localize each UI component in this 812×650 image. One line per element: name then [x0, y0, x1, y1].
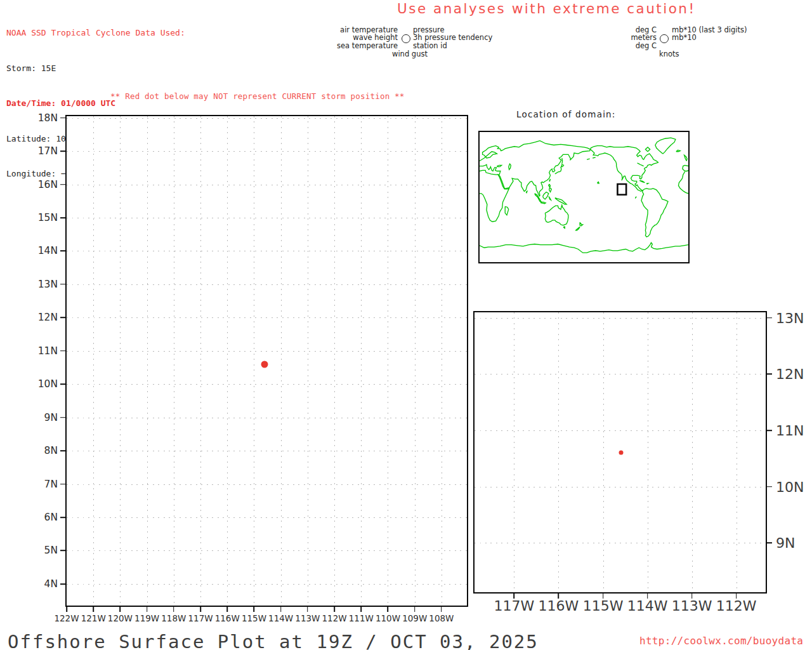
coastline [497, 165, 501, 166]
x-tick-label: 117W [188, 613, 213, 623]
legend-wave-height: wave height [317, 34, 398, 41]
legend-sea-temperature: sea temperature [317, 42, 398, 50]
units-legend-left-column: deg C meters deg C [622, 26, 657, 50]
units-circle-icon [660, 34, 669, 43]
grid-line-horizontal [67, 351, 467, 352]
station-model-legend: air temperature wave height sea temperat… [317, 26, 527, 59]
y-tick-label: 11N [776, 422, 804, 438]
x-axis-tick [93, 607, 94, 612]
grid-line-vertical [558, 312, 559, 592]
coastline [593, 157, 596, 158]
grid-line-vertical [361, 116, 362, 606]
buoy-plot-page: NOAA SSD Tropical Cyclone Data Used: Sto… [0, 0, 812, 650]
y-tick-label: 10N [38, 378, 58, 390]
x-axis-tick [254, 607, 255, 612]
grid-line-horizontal [67, 151, 467, 152]
grid-line-horizontal [67, 517, 467, 518]
coastline [598, 182, 599, 183]
y-axis-tick [60, 251, 65, 252]
coastline [580, 222, 583, 226]
x-tick-label: 115W [583, 598, 624, 614]
grid-line-vertical [120, 116, 121, 606]
x-tick-label: 120W [108, 613, 133, 623]
coastline [549, 179, 551, 181]
x-tick-label: 116W [215, 613, 240, 623]
unit-meters: meters [622, 34, 657, 41]
world-map-inset [478, 131, 690, 263]
x-tick-label: 112W [716, 598, 757, 614]
coastline [576, 227, 580, 230]
grid-line-vertical [200, 116, 201, 606]
grid-line-horizontal [67, 484, 467, 485]
page-title: Offshore Surface Plot at 19Z / OCT 03, 2… [8, 631, 539, 650]
x-tick-label: 113W [672, 598, 712, 614]
coastline [562, 158, 563, 164]
grid-line-horizontal [67, 251, 467, 251]
storm-position-warning: ** Red dot below may NOT represent CURRE… [110, 91, 405, 101]
x-tick-label: 114W [268, 613, 293, 623]
y-axis-tick [767, 430, 772, 431]
x-tick-label: 111W [349, 613, 374, 623]
x-tick-label: 113W [295, 613, 320, 623]
y-axis-tick [60, 450, 65, 451]
main-position-plot: 122W121W120W119W118W117W116W115W114W113W… [65, 115, 468, 607]
x-tick-label: 112W [322, 613, 347, 623]
y-tick-label: 16N [38, 179, 58, 190]
coastline [684, 155, 688, 161]
station-legend-left-column: air temperature wave height sea temperat… [317, 26, 398, 50]
tc-info-storm: Storm: 15E [6, 63, 185, 75]
x-axis-tick [147, 607, 148, 612]
grid-line-horizontal [67, 317, 467, 318]
world-map-coastlines [480, 132, 688, 262]
y-axis-tick [60, 417, 65, 418]
grid-line-vertical [174, 116, 174, 606]
coastline [540, 202, 546, 203]
x-tick-label: 117W [494, 598, 534, 614]
x-axis-tick [414, 607, 416, 612]
grid-line-horizontal [67, 284, 467, 285]
grid-line-vertical [227, 116, 228, 606]
grid-line-vertical [254, 116, 254, 606]
coastline [645, 147, 650, 152]
y-tick-label: 15N [38, 212, 58, 223]
grid-line-vertical [692, 312, 693, 592]
y-tick-label: 8N [44, 445, 58, 456]
coastline [545, 205, 568, 225]
unit-knots: knots [659, 50, 679, 58]
coastline [641, 189, 668, 237]
domain-box [617, 184, 626, 195]
y-tick-label: 14N [38, 245, 58, 256]
coastline [480, 242, 688, 253]
coastline [509, 164, 511, 169]
grid-line-vertical [334, 116, 335, 606]
source-url-link[interactable]: http://coolwx.com/buoydata [639, 635, 803, 647]
x-tick-label: 108W [429, 613, 454, 623]
y-axis-tick [60, 150, 65, 152]
y-tick-label: 13N [38, 279, 58, 290]
y-tick-label: 7N [44, 479, 58, 490]
y-tick-label: 18N [38, 112, 58, 124]
coastline [678, 172, 688, 194]
x-axis-tick [360, 607, 362, 612]
y-tick-label: 11N [38, 345, 58, 357]
y-tick-label: 9N [776, 535, 795, 551]
coastline [638, 163, 644, 166]
grid-line-vertical [415, 116, 416, 606]
station-legend-right-column: pressure 3h pressure tendency station id [413, 26, 492, 50]
x-tick-label: 121W [81, 613, 106, 623]
grid-line-horizontal [67, 584, 467, 585]
grid-line-vertical [308, 116, 308, 606]
coastline [480, 170, 509, 222]
x-axis-tick [66, 607, 67, 612]
grid-line-horizontal [67, 118, 467, 119]
grid-line-vertical [737, 312, 737, 592]
coastline [543, 192, 549, 199]
x-tick-label: 114W [627, 598, 668, 614]
grid-line-horizontal [67, 218, 467, 218]
y-tick-label: 10N [776, 479, 804, 494]
x-axis-tick [280, 607, 282, 612]
legend-wind-gust: wind gust [392, 50, 428, 58]
coastline [636, 197, 636, 198]
x-axis-tick [200, 607, 201, 612]
y-tick-label: 12N [38, 312, 58, 323]
